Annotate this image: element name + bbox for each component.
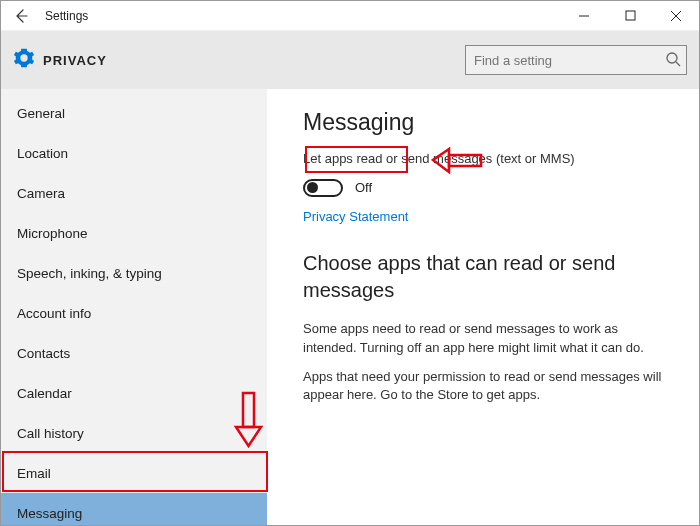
sidebar-item-call-history[interactable]: Call history [1, 413, 267, 453]
content-heading: Messaging [303, 109, 663, 136]
titlebar: Settings [1, 1, 699, 31]
settings-window: Settings PRIVACY GeneralLocationCame [0, 0, 700, 526]
svg-point-4 [667, 53, 677, 63]
sidebar-item-general[interactable]: General [1, 93, 267, 133]
toggle-row: Off [303, 179, 663, 197]
sidebar-item-calendar[interactable]: Calendar [1, 373, 267, 413]
toggle-description: Let apps read or send messages (text or … [303, 150, 663, 169]
maximize-button[interactable] [607, 1, 653, 31]
page-header: PRIVACY [1, 31, 699, 89]
sidebar-item-messaging[interactable]: Messaging [1, 493, 267, 525]
gear-icon [13, 47, 35, 73]
search-box [465, 45, 687, 75]
sidebar-item-email[interactable]: Email [1, 453, 267, 493]
svg-line-5 [676, 62, 680, 66]
back-button[interactable] [1, 1, 41, 31]
minimize-button[interactable] [561, 1, 607, 31]
content-pane: Messaging Let apps read or send messages… [267, 89, 699, 525]
svg-rect-1 [626, 11, 635, 20]
sidebar-item-contacts[interactable]: Contacts [1, 333, 267, 373]
messaging-toggle[interactable] [303, 179, 343, 197]
page-title: PRIVACY [43, 53, 107, 68]
sidebar-item-label: Speech, inking, & typing [17, 266, 162, 281]
window-title: Settings [45, 9, 88, 23]
search-input[interactable] [465, 45, 687, 75]
caption-buttons [561, 1, 699, 31]
back-arrow-icon [13, 8, 29, 24]
window-body: GeneralLocationCameraMicrophoneSpeech, i… [1, 89, 699, 525]
minimize-icon [578, 10, 590, 22]
sidebar-item-label: Messaging [17, 506, 82, 521]
content-subheading: Choose apps that can read or send messag… [303, 250, 663, 304]
sidebar-item-label: Location [17, 146, 68, 161]
sidebar-item-microphone[interactable]: Microphone [1, 213, 267, 253]
sidebar-item-label: Calendar [17, 386, 72, 401]
sidebar-item-label: General [17, 106, 65, 121]
maximize-icon [625, 10, 636, 21]
sidebar-item-label: Camera [17, 186, 65, 201]
sidebar-item-label: Call history [17, 426, 84, 441]
toggle-knob [307, 182, 318, 193]
sidebar-item-label: Account info [17, 306, 91, 321]
close-button[interactable] [653, 1, 699, 31]
privacy-statement-link[interactable]: Privacy Statement [303, 209, 663, 224]
content-para-1: Some apps need to read or send messages … [303, 320, 663, 358]
sidebar[interactable]: GeneralLocationCameraMicrophoneSpeech, i… [1, 89, 267, 525]
close-icon [670, 10, 682, 22]
content-para-2: Apps that need your permission to read o… [303, 368, 663, 406]
sidebar-item-label: Microphone [17, 226, 88, 241]
toggle-state-label: Off [355, 180, 372, 195]
search-icon [665, 51, 681, 71]
sidebar-item-label: Contacts [17, 346, 70, 361]
sidebar-item-label: Email [17, 466, 51, 481]
sidebar-item-location[interactable]: Location [1, 133, 267, 173]
sidebar-item-camera[interactable]: Camera [1, 173, 267, 213]
sidebar-item-account-info[interactable]: Account info [1, 293, 267, 333]
sidebar-item-speech-inking-typing[interactable]: Speech, inking, & typing [1, 253, 267, 293]
